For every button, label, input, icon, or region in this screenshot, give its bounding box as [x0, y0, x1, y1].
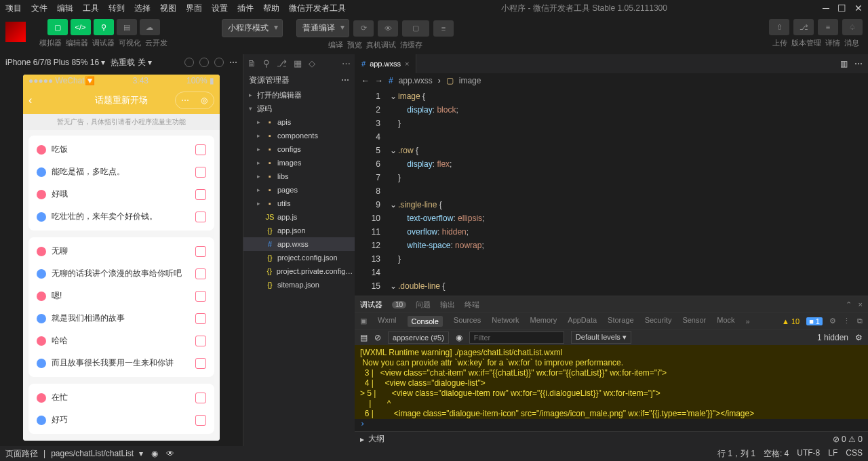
- addon-icon[interactable]: ◇: [309, 58, 315, 68]
- copy-icon[interactable]: ▾: [139, 449, 143, 458]
- menu-编辑[interactable]: 编辑: [57, 3, 73, 14]
- filter-input[interactable]: [469, 332, 564, 344]
- clear-icon[interactable]: ⊘: [374, 333, 381, 342]
- menu-项目[interactable]: 项目: [5, 3, 22, 14]
- reload-select[interactable]: 热重载 关 ▾: [111, 57, 152, 68]
- tree-app.js[interactable]: JSapp.js: [243, 210, 355, 224]
- tree-images[interactable]: ▸▪images: [243, 156, 355, 169]
- inspect-icon[interactable]: ▣: [360, 317, 367, 325]
- warning-count[interactable]: ▲ 10: [782, 317, 800, 325]
- devtabs-more-icon[interactable]: »: [746, 317, 750, 325]
- collapse-icon[interactable]: ⌃: [846, 300, 852, 309]
- copy-icon[interactable]: [195, 358, 206, 369]
- tree-project.private.config.js...[interactable]: {}project.private.config.js...: [243, 264, 355, 278]
- panel-close-icon[interactable]: ×: [859, 300, 863, 308]
- eye-icon[interactable]: 👁: [166, 449, 174, 458]
- capsule[interactable]: ⋯◎: [175, 92, 214, 109]
- terminal-tab[interactable]: 终端: [465, 300, 479, 310]
- sidebar-toggle-icon[interactable]: ▤: [360, 333, 368, 342]
- devtab-console[interactable]: Console: [408, 316, 443, 327]
- menu-界面[interactable]: 界面: [186, 3, 202, 14]
- copy-icon[interactable]: [195, 268, 206, 279]
- open-editors-section[interactable]: ▸打开的编辑器: [243, 88, 355, 102]
- copy-icon[interactable]: [195, 336, 206, 346]
- menu-视图[interactable]: 视图: [160, 3, 176, 14]
- source-section[interactable]: ▾源码: [243, 102, 355, 115]
- search-icon[interactable]: ⚲: [263, 58, 270, 68]
- device-select[interactable]: iPhone 6/7/8 Plus 85% 16 ▾: [5, 58, 105, 67]
- visual-toggle[interactable]: ▤: [117, 19, 137, 35]
- console-settings-icon[interactable]: ⚙: [855, 333, 863, 342]
- tree-pages[interactable]: ▸▪pages: [243, 183, 355, 197]
- details-button[interactable]: ≡: [818, 19, 838, 35]
- problems-tab[interactable]: 问题: [416, 300, 431, 310]
- copy-icon[interactable]: [195, 144, 206, 155]
- close-capsule-icon[interactable]: ◎: [195, 92, 214, 108]
- notification-button[interactable]: ♤: [842, 19, 863, 35]
- back-icon[interactable]: ‹: [28, 94, 32, 106]
- clear-cache-button[interactable]: ≡: [433, 20, 454, 37]
- dock-icon[interactable]: ⋮: [843, 317, 850, 325]
- devtab-memory[interactable]: Memory: [530, 316, 557, 327]
- tab-more-icon[interactable]: ⋯: [854, 59, 863, 68]
- copy-icon[interactable]: [195, 246, 206, 257]
- code-editor[interactable]: 1234567891011121314151617 ⌄⌄⌄⌄ image { d…: [355, 88, 868, 296]
- mode-select[interactable]: 小程序模式: [222, 19, 283, 37]
- copy-icon[interactable]: [195, 189, 206, 200]
- context-select[interactable]: appservice (#5): [388, 332, 449, 344]
- debugger-tab[interactable]: 调试器: [360, 300, 382, 310]
- page-path-value[interactable]: pages/chatList/chatList: [51, 449, 134, 458]
- settings-icon[interactable]: ⚙: [829, 317, 836, 325]
- nav-fwd-icon[interactable]: →: [375, 76, 383, 85]
- menu-文件[interactable]: 文件: [31, 3, 47, 14]
- project-logo[interactable]: [5, 22, 26, 42]
- devtab-appdata[interactable]: AppData: [568, 316, 597, 327]
- close-icon[interactable]: ✕: [854, 3, 863, 14]
- git-icon[interactable]: ⎇: [277, 58, 287, 68]
- language[interactable]: CSS: [846, 448, 863, 460]
- copy-icon[interactable]: [195, 212, 206, 222]
- menu-设置[interactable]: 设置: [212, 3, 228, 14]
- menu-工具[interactable]: 工具: [83, 3, 99, 14]
- menu-帮助[interactable]: 帮助: [263, 3, 279, 14]
- copy-icon[interactable]: [195, 415, 206, 426]
- minimize-icon[interactable]: ─: [823, 3, 829, 14]
- encoding[interactable]: UTF-8: [797, 448, 820, 460]
- nav-back-icon[interactable]: ←: [361, 76, 370, 85]
- record-icon[interactable]: [199, 58, 209, 67]
- devtab-sensor[interactable]: Sensor: [682, 316, 706, 327]
- console-prompt[interactable]: ›: [355, 419, 868, 431]
- version-button[interactable]: ⎇: [793, 19, 814, 35]
- tree-components[interactable]: ▸▪components: [243, 129, 355, 142]
- debugger-toggle[interactable]: ⚲: [94, 19, 114, 35]
- error-count[interactable]: ■ 1: [806, 317, 823, 325]
- devtab-storage[interactable]: Storage: [608, 316, 634, 327]
- devtab-sources[interactable]: Sources: [454, 316, 481, 327]
- record-icon[interactable]: ◉: [151, 449, 158, 458]
- refresh-icon[interactable]: [184, 58, 194, 67]
- menu-插件[interactable]: 插件: [237, 3, 254, 14]
- home-icon[interactable]: [214, 58, 224, 67]
- hidden-count[interactable]: 1 hidden: [817, 333, 848, 342]
- upload-button[interactable]: ⇧: [769, 19, 789, 35]
- devtab-wxml[interactable]: Wxml: [378, 316, 397, 327]
- devtab-security[interactable]: Security: [645, 316, 672, 327]
- copy-icon[interactable]: [195, 313, 206, 324]
- tree-sitemap.json[interactable]: {}sitemap.json: [243, 278, 355, 292]
- editor-tab[interactable]: # app.wxss ×: [355, 54, 416, 73]
- devtab-mock[interactable]: Mock: [717, 316, 734, 327]
- copy-icon[interactable]: [195, 393, 206, 403]
- copy-icon[interactable]: [195, 167, 206, 178]
- editor-toggle[interactable]: </>: [71, 19, 91, 35]
- compile-select[interactable]: 普通编译: [296, 19, 349, 37]
- copy-icon[interactable]: [195, 291, 206, 302]
- popout-icon[interactable]: ⧉: [857, 317, 863, 325]
- tree-configs[interactable]: ▸▪configs: [243, 142, 355, 156]
- outline-title[interactable]: 大纲: [368, 433, 384, 445]
- spaces[interactable]: 空格: 4: [764, 448, 789, 460]
- tree-libs[interactable]: ▸▪libs: [243, 169, 355, 183]
- ext-icon[interactable]: ▦: [294, 58, 302, 68]
- split-icon[interactable]: ▥: [840, 59, 848, 68]
- menu-选择[interactable]: 选择: [134, 3, 151, 14]
- menu-转到[interactable]: 转到: [108, 3, 125, 14]
